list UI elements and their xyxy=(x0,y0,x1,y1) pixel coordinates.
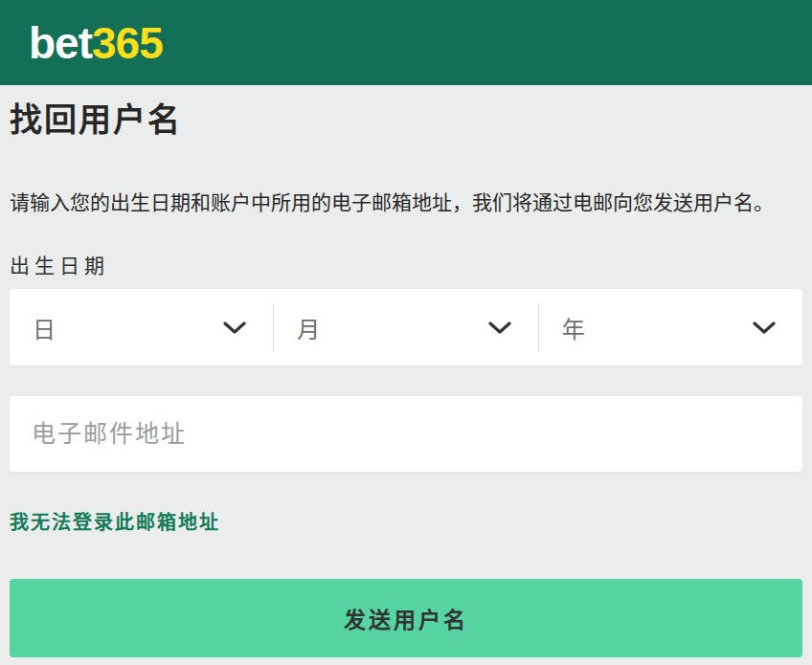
recover-username-page: 找回用户名 请输入您的出生日期和账户中所用的电子邮箱地址，我们将通过电邮向您发送… xyxy=(0,99,812,657)
page-title: 找回用户名 xyxy=(10,99,802,141)
bet365-logo[interactable]: bet365 xyxy=(29,21,163,65)
logo-text-365: 365 xyxy=(92,18,163,68)
dob-label: 出生日期 xyxy=(10,254,802,278)
cant-access-email-link[interactable]: 我无法登录此邮箱地址 xyxy=(10,509,220,536)
month-select[interactable]: 月 xyxy=(274,289,537,366)
year-select-value: 年 xyxy=(562,311,587,344)
logo-text-bet: bet xyxy=(29,18,92,68)
send-username-button[interactable]: 发送用户名 xyxy=(10,579,802,657)
chevron-down-icon xyxy=(753,321,776,334)
email-input[interactable] xyxy=(10,396,802,472)
chevron-down-icon xyxy=(488,321,511,334)
day-select-value: 日 xyxy=(33,311,57,344)
chevron-down-icon xyxy=(223,321,246,334)
instructions-text: 请输入您的出生日期和账户中所用的电子邮箱地址，我们将通过电邮向您发送用户名。 xyxy=(10,188,802,217)
year-select[interactable]: 年 xyxy=(539,289,802,366)
month-select-value: 月 xyxy=(297,311,322,344)
dob-select-group: 日 月 年 xyxy=(10,289,802,366)
app-header: bet365 xyxy=(0,0,812,85)
day-select[interactable]: 日 xyxy=(10,289,273,366)
